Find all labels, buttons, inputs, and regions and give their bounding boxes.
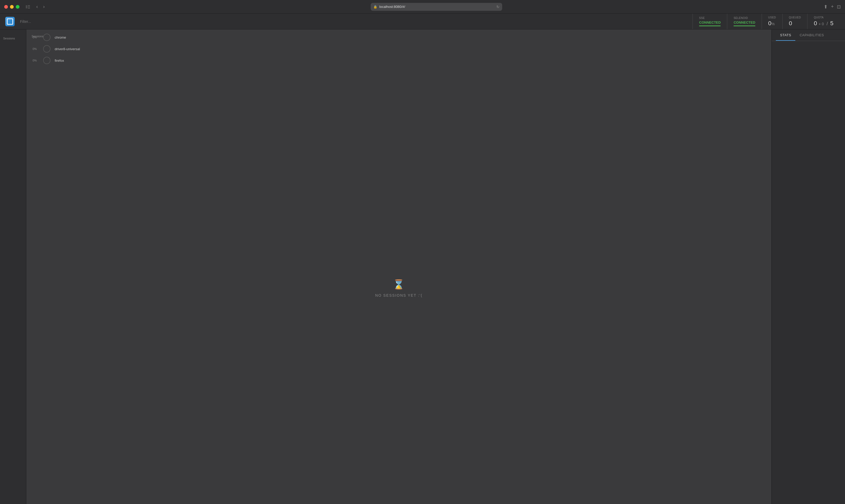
- main-content: Sessions 0% chrome 0% driver8-universal …: [0, 30, 845, 504]
- selenoid-stat: SELENOID CONNECTED: [727, 14, 761, 29]
- address-bar[interactable]: 🔒 localhost:8080/#/ ↻: [371, 3, 502, 11]
- traffic-lights: [4, 5, 19, 9]
- svg-rect-3: [28, 8, 30, 8]
- sse-stat: SSE CONNECTED: [692, 14, 727, 29]
- back-button[interactable]: ‹: [34, 3, 40, 11]
- list-item: 0% firefox: [33, 57, 765, 64]
- tab-capabilities[interactable]: CAPABILITIES: [795, 30, 828, 41]
- refresh-button[interactable]: ↻: [496, 5, 499, 9]
- sessions-label: Sessions: [32, 35, 43, 38]
- chrome-label: chrome: [55, 35, 66, 39]
- new-tab-button[interactable]: +: [831, 4, 834, 10]
- forward-button[interactable]: ›: [41, 3, 47, 11]
- sse-status: CONNECTED: [699, 20, 721, 24]
- maximize-button[interactable]: [16, 5, 19, 9]
- svg-rect-1: [28, 5, 30, 6]
- svg-rect-0: [26, 5, 27, 8]
- sse-label: SSE: [699, 17, 721, 19]
- queued-stat: QUEUED 0: [782, 14, 807, 29]
- used-value: 0%: [768, 20, 776, 27]
- firefox-label: firefox: [55, 59, 64, 62]
- content-wrapper: 0% chrome 0% driver8-universal 0% firefo…: [26, 30, 771, 504]
- sidebar-toggle-button[interactable]: [24, 4, 32, 10]
- driver8-label: driver8-universal: [55, 47, 80, 51]
- sidebar-item-sessions[interactable]: Sessions: [0, 35, 26, 42]
- tab-stats[interactable]: STATS: [776, 30, 795, 41]
- selenoid-status: CONNECTED: [734, 20, 755, 24]
- driver8-circle: [43, 45, 51, 53]
- selenoid-indicator: [734, 25, 755, 26]
- browser-list: 0% chrome 0% driver8-universal 0% firefo…: [26, 30, 771, 73]
- close-button[interactable]: [4, 5, 8, 9]
- used-stat: USED 0%: [762, 14, 782, 29]
- no-sessions: ⌛ NO SESSIONS YET :'(: [375, 279, 423, 298]
- filter-input[interactable]: [20, 19, 692, 24]
- titlebar: ‹ › 🔒 localhost:8080/#/ ↻ ⬆ + ⊡: [0, 0, 845, 14]
- list-item: 0% driver8-universal: [33, 45, 765, 53]
- no-sessions-text: NO SESSIONS YET :'(: [375, 293, 423, 298]
- chrome-circle: [43, 34, 51, 41]
- tabs: STATS CAPABILITIES: [772, 30, 845, 41]
- minimize-button[interactable]: [10, 5, 14, 9]
- app-header: SSE CONNECTED SELENOID CONNECTED USED 0%…: [0, 14, 845, 30]
- app-logo: [5, 17, 15, 26]
- sessions-area: Sessions ⌛ NO SESSIONS YET :'(: [26, 73, 771, 504]
- nav-buttons: ‹ ›: [34, 3, 47, 11]
- firefox-circle: [43, 57, 51, 64]
- lock-icon: 🔒: [373, 5, 377, 9]
- right-panel: STATS CAPABILITIES: [771, 30, 845, 504]
- address-bar-container: 🔒 localhost:8080/#/ ↻: [49, 3, 824, 11]
- hourglass-icon: ⌛: [393, 279, 405, 290]
- firefox-pct: 0%: [33, 59, 39, 62]
- quota-label: QUOTA: [814, 16, 833, 19]
- list-item: 0% chrome: [33, 34, 765, 41]
- sidebar: Sessions: [0, 30, 26, 504]
- svg-rect-2: [28, 6, 30, 7]
- queued-value: 0: [789, 20, 801, 27]
- share-button[interactable]: ⬆: [824, 4, 828, 10]
- selenoid-label: SELENOID: [734, 17, 755, 19]
- titlebar-actions: ⬆ + ⊡: [824, 4, 841, 10]
- quota-value: 0 + 0 / 5: [814, 20, 833, 27]
- driver8-pct: 0%: [33, 47, 39, 51]
- header-stats: SSE CONNECTED SELENOID CONNECTED USED 0%…: [692, 14, 840, 29]
- windows-button[interactable]: ⊡: [837, 4, 841, 10]
- sse-indicator: [699, 25, 721, 26]
- used-label: USED: [768, 16, 776, 19]
- queued-label: QUEUED: [789, 16, 801, 19]
- selenoid-ui-logo: [5, 17, 15, 26]
- quota-stat: QUOTA 0 + 0 / 5: [807, 14, 840, 29]
- address-text: localhost:8080/#/: [380, 5, 494, 9]
